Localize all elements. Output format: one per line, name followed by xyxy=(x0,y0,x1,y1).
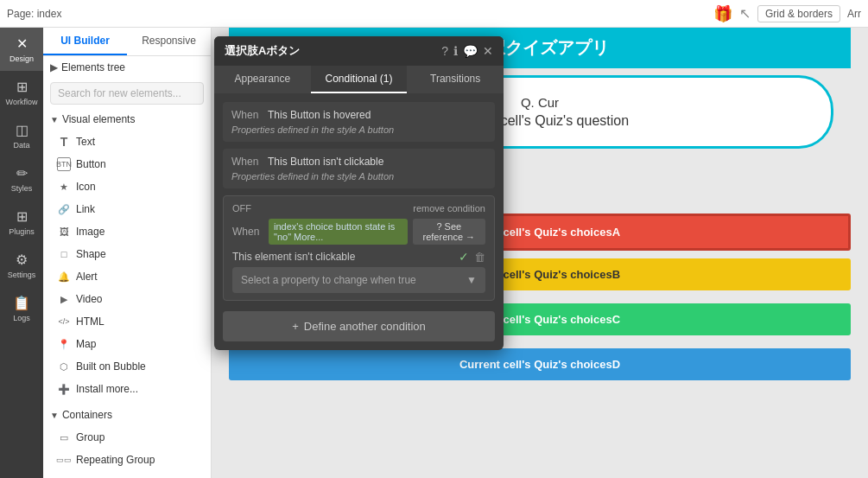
grid-borders-button[interactable]: Grid & borders xyxy=(757,5,840,22)
off-label: OFF xyxy=(232,203,251,214)
condition-hovered: When This Button is hovered Properties d… xyxy=(223,102,495,142)
see-reference-button[interactable]: ? See reference → xyxy=(413,219,485,245)
prop-text-1: Properties defined in the style A button xyxy=(231,124,486,135)
sidebar-nav-data[interactable]: ◫ Data xyxy=(0,114,43,157)
elements-list: T Text BTN Button ★ Icon 🔗 Link 🖼 Image … xyxy=(43,131,211,478)
map-icon: 📍 xyxy=(57,337,71,351)
help-icon[interactable]: ? xyxy=(441,44,448,58)
gift-icon[interactable]: 🎁 xyxy=(713,4,732,23)
alert-icon: 🔔 xyxy=(57,270,71,284)
condition-not-clickable: When This Button isn't clickable Propert… xyxy=(223,149,495,188)
sidebar-tabs: UI Builder Responsive xyxy=(43,28,211,56)
check-icon[interactable]: ✓ xyxy=(459,250,469,264)
containers-arrow-icon: ▼ xyxy=(50,411,59,420)
chat-icon[interactable]: 💬 xyxy=(463,44,478,58)
when-row-3: When index's choice button state is "no"… xyxy=(232,219,485,245)
sidebar-nav-settings[interactable]: ⚙ Settings xyxy=(0,244,43,287)
define-condition-label: Define another condition xyxy=(304,320,426,333)
arr-label: Arr xyxy=(847,8,861,20)
html-icon: </> xyxy=(57,315,71,328)
element-icon[interactable]: ★ Icon xyxy=(43,175,211,198)
cursor-icon: ↖ xyxy=(739,5,751,22)
group-icon: ▭ xyxy=(57,430,71,444)
text-icon: T xyxy=(57,135,71,149)
sidebar-nav-design[interactable]: ✕ Design xyxy=(0,28,43,71)
sidebar-nav-workflow[interactable]: ⊞ Workflow xyxy=(0,71,43,114)
when-row-1: When This Button is hovered xyxy=(231,109,486,121)
elements-tree-label: Elements tree xyxy=(61,61,125,73)
select-property-arrow-icon: ▼ xyxy=(466,274,477,286)
element-button[interactable]: BTN Button xyxy=(43,153,211,175)
search-box[interactable]: Search for new elements... xyxy=(50,82,204,105)
element-image[interactable]: 🖼 Image xyxy=(43,220,211,243)
image-icon: 🖼 xyxy=(57,225,71,239)
element-alert[interactable]: 🔔 Alert xyxy=(43,265,211,288)
element-video[interactable]: ▶ Video xyxy=(43,288,211,310)
choice-d-button[interactable]: Current cell's Quiz's choicesD xyxy=(229,348,851,380)
prop-text-2: Properties defined in the style A button xyxy=(231,171,486,182)
when-value-pill[interactable]: index's choice button state is "no" More… xyxy=(269,219,408,245)
sidebar-nav-plugins[interactable]: ⊞ Plugins xyxy=(0,201,43,244)
element-shape[interactable]: □ Shape xyxy=(43,243,211,265)
tab-conditional[interactable]: Conditional (1) xyxy=(311,66,408,93)
shape-icon: □ xyxy=(57,247,71,261)
element-html[interactable]: </> HTML xyxy=(43,310,211,333)
sidebar-nav: ✕ Design ⊞ Workflow ◫ Data ✏ Styles ⊞ Pl… xyxy=(0,28,43,478)
tree-arrow-icon: ▶ xyxy=(50,61,58,73)
sidebar-nav-styles[interactable]: ✏ Styles xyxy=(0,157,43,201)
button-icon: BTN xyxy=(57,157,71,171)
select-property-label: Select a property to change when true xyxy=(241,274,416,286)
element-link[interactable]: 🔗 Link xyxy=(43,198,211,220)
when-row-2: When This Button isn't clickable xyxy=(231,156,486,168)
visual-elements-header[interactable]: ▼ Visual elements xyxy=(43,108,211,131)
define-condition-button[interactable]: + Define another condition xyxy=(223,311,495,341)
modal-tabs: Appearance Conditional (1) Transitions xyxy=(214,66,504,93)
modal-title: 選択肢Aボタン xyxy=(225,43,434,59)
select-property-dropdown[interactable]: Select a property to change when true ▼ xyxy=(232,267,485,293)
link-icon: 🔗 xyxy=(57,202,71,216)
trash-icon[interactable]: 🗑 xyxy=(474,251,485,264)
install-icon: ➕ xyxy=(57,382,71,396)
element-group[interactable]: ▭ Group xyxy=(43,426,211,449)
info-icon[interactable]: ℹ xyxy=(453,44,458,58)
when-value-2: This Button isn't clickable xyxy=(268,156,383,168)
condition-off: OFF remove condition When index's choice… xyxy=(223,195,495,301)
tab-transitions[interactable]: Transitions xyxy=(407,66,504,93)
tab-responsive[interactable]: Responsive xyxy=(127,28,211,55)
element-install[interactable]: ➕ Install more... xyxy=(43,378,211,400)
modal-header-icons: ? ℹ 💬 ✕ xyxy=(441,44,493,58)
element-repeating-group[interactable]: ▭▭ Repeating Group xyxy=(43,449,211,471)
when-label-2: When xyxy=(231,156,263,168)
modal-body: When This Button is hovered Properties d… xyxy=(214,93,504,350)
tab-appearance[interactable]: Appearance xyxy=(214,66,311,93)
icon-icon: ★ xyxy=(57,180,71,194)
not-clickable-row: This element isn't clickable ✓ 🗑 xyxy=(232,250,485,264)
not-clickable-text: This element isn't clickable xyxy=(232,251,453,263)
sidebar-nav-logs[interactable]: 📋 Logs xyxy=(0,287,43,330)
sidebar-panel: UI Builder Responsive ▶ Elements tree Se… xyxy=(43,28,212,478)
element-text[interactable]: T Text xyxy=(43,131,211,153)
element-map[interactable]: 📍 Map xyxy=(43,333,211,355)
modal-header: 選択肢Aボタン ? ℹ 💬 ✕ xyxy=(214,36,504,66)
visual-arrow-icon: ▼ xyxy=(50,115,59,124)
page-label: Page: index xyxy=(7,8,61,20)
builton-icon: ⬡ xyxy=(57,360,71,373)
video-icon: ▶ xyxy=(57,292,71,306)
repeating-group-icon: ▭▭ xyxy=(57,453,71,467)
tab-ui-builder[interactable]: UI Builder xyxy=(43,28,127,55)
top-bar: Page: index 🎁 ↖ Grid & borders Arr xyxy=(0,0,868,28)
visual-elements-label: Visual elements xyxy=(62,113,136,125)
when-label-3: When xyxy=(232,226,263,238)
elements-tree-header[interactable]: ▶ Elements tree xyxy=(43,56,211,79)
conditional-modal: 選択肢Aボタン ? ℹ 💬 ✕ Appearance Conditional (… xyxy=(214,36,504,350)
close-icon[interactable]: ✕ xyxy=(483,44,493,58)
off-header: OFF remove condition xyxy=(232,203,485,214)
remove-condition-button[interactable]: remove condition xyxy=(413,203,485,214)
when-value-1: This Button is hovered xyxy=(268,109,371,121)
top-bar-right: 🎁 ↖ Grid & borders Arr xyxy=(713,4,861,23)
element-builton[interactable]: ⬡ Built on Bubble xyxy=(43,355,211,378)
plus-icon: + xyxy=(292,320,299,333)
containers-label: Containers xyxy=(62,409,112,421)
containers-header[interactable]: ▼ Containers xyxy=(43,404,211,426)
when-label-1: When xyxy=(231,109,263,121)
